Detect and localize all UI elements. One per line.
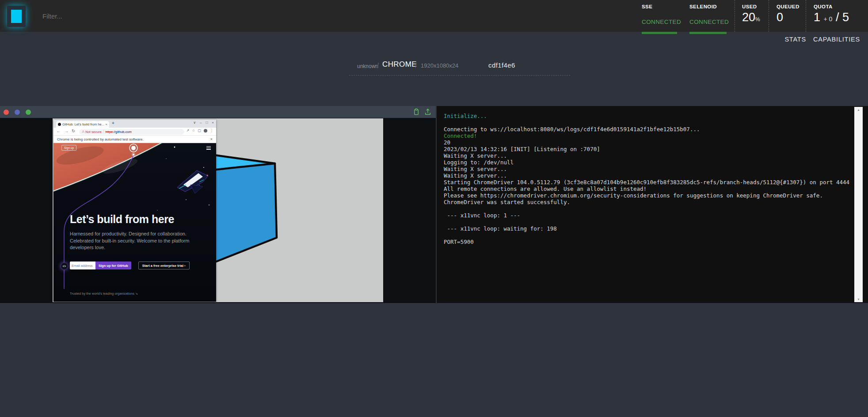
quota-block: QUOTA 1 + 0 / 5 xyxy=(806,0,861,32)
log-line: Starting ChromeDriver 104.0.5112.79 (3cf… xyxy=(444,179,846,186)
log-line: 20 xyxy=(444,139,846,146)
github-cta-row: Sign up for GitHub Start a free enterpri… xyxy=(70,262,190,269)
not-secure-label: Not secure xyxy=(85,130,101,134)
vnc-screen[interactable]: GitHub: Let's build from he... × + ∨ – □… xyxy=(0,118,436,303)
sse-status: CONNECTED xyxy=(642,19,681,25)
quota-value: 1 + 0 / 5 xyxy=(814,11,849,24)
used-value: 20% xyxy=(742,11,760,24)
queued-label: QUEUED xyxy=(777,4,799,9)
selenoid-ui-root: { "app": { "filter_placeholder": "Filter… xyxy=(0,0,868,417)
spaceship-art xyxy=(177,171,208,193)
close-icon[interactable]: × xyxy=(212,121,214,125)
session-owner: unknown xyxy=(357,63,378,69)
scroll-down-icon[interactable]: ▼ xyxy=(854,298,863,301)
github-page: Sign up Let’s build from here Harnessed … xyxy=(53,143,216,302)
side-panel-icon[interactable]: ▢ xyxy=(198,129,201,133)
url-host: ://github.com xyxy=(113,130,132,134)
tab-search-icon[interactable]: ∨ xyxy=(193,121,196,125)
vnc-fullscreen-button[interactable] xyxy=(26,110,31,115)
clipboard-icon[interactable] xyxy=(413,108,420,115)
menu-dots-icon[interactable]: ⋮ xyxy=(210,129,213,133)
session-separator: / xyxy=(377,61,379,69)
url-bar[interactable]: ⚠ Not secure https ://github.com xyxy=(79,129,184,135)
selenoid-label: SELENOID xyxy=(689,4,717,9)
session-separator: / xyxy=(415,61,417,69)
bookmark-star-icon[interactable]: ☆ xyxy=(192,129,195,133)
session-log[interactable]: Initialize...Connecting to ws://localhos… xyxy=(437,106,868,303)
used-block: USED 20% xyxy=(735,0,769,32)
minimize-icon[interactable]: – xyxy=(200,121,202,125)
url-scheme: https xyxy=(106,130,113,134)
sse-status-underline xyxy=(642,32,677,34)
log-line: Waiting X server... xyxy=(444,152,846,159)
browser-tabstrip: GitHub: Let's build from he... × + ∨ – □… xyxy=(53,120,216,128)
github-subtext: Harnessed for productivity. Designed for… xyxy=(70,231,189,251)
profile-avatar[interactable] xyxy=(204,129,207,133)
automation-infobar: Chrome is being controlled by automated … xyxy=(53,136,216,143)
log-line: Waiting X server... xyxy=(444,172,846,179)
top-header: SSE CONNECTED SELENOID CONNECTED USED 20… xyxy=(0,0,868,32)
selenoid-status-underline xyxy=(689,32,727,34)
vnc-close-button[interactable] xyxy=(4,110,9,115)
selenoid-status: CONNECTED xyxy=(689,19,729,25)
selenoid-logo-icon[interactable] xyxy=(7,6,26,27)
tab-title: GitHub: Let's build from he... xyxy=(62,122,104,126)
log-line xyxy=(444,232,846,239)
email-field[interactable] xyxy=(70,262,95,269)
used-label: USED xyxy=(742,4,757,9)
browser-tab[interactable]: GitHub: Let's build from he... × xyxy=(56,121,109,128)
session-browser: CHROME xyxy=(382,60,417,69)
code-bracket-icon: <> xyxy=(61,262,68,270)
window-controls: ∨ – □ × xyxy=(193,121,214,125)
upload-icon[interactable] xyxy=(424,108,431,115)
nav-tabs: STATS CAPABILITIES xyxy=(784,36,860,43)
nav-buttons: ← → ↻ xyxy=(57,129,75,133)
hamburger-menu-icon[interactable] xyxy=(206,146,211,151)
vnc-desktop[interactable]: GitHub: Let's build from he... × + ∨ – □… xyxy=(53,118,383,302)
scroll-up-icon[interactable]: ▲ xyxy=(854,108,863,111)
reload-icon[interactable]: ↻ xyxy=(72,129,75,133)
forward-icon[interactable]: → xyxy=(64,129,69,133)
github-signup-top-button[interactable]: Sign up xyxy=(61,145,76,151)
github-favicon xyxy=(58,123,61,126)
log-line: Connected! xyxy=(444,133,846,139)
log-scrollbar[interactable]: ▲ ▼ xyxy=(854,107,863,302)
github-headline: Let’s build from here xyxy=(70,213,174,226)
vnc-panel: GitHub: Let's build from he... × + ∨ – □… xyxy=(0,106,436,303)
signup-github-button[interactable]: Sign up for GitHub xyxy=(95,262,131,269)
tab-close-icon[interactable]: × xyxy=(105,122,107,126)
selenoid-status-block: SELENOID CONNECTED xyxy=(689,0,732,32)
addressbar-icons: ↗ ☆ ▢ ⋮ xyxy=(187,129,213,133)
queued-value: 0 xyxy=(777,11,783,24)
warning-icon: ⚠ xyxy=(82,130,84,133)
tab-capabilities[interactable]: CAPABILITIES xyxy=(813,36,860,43)
vnc-titlebar xyxy=(0,106,436,118)
log-line: Waiting X server... xyxy=(444,166,846,172)
infobar-close-icon[interactable]: × xyxy=(210,137,213,141)
log-line: Initialize... xyxy=(444,113,846,119)
session-resolution: 1920x1080x24 xyxy=(421,62,458,69)
log-line: --- x11vnc loop: 1 --- xyxy=(444,212,846,219)
vnc-minimize-button[interactable] xyxy=(15,110,20,115)
tab-stats[interactable]: STATS xyxy=(784,36,806,43)
share-icon[interactable]: ↗ xyxy=(187,129,190,133)
quota-label: QUOTA xyxy=(814,4,833,9)
back-icon[interactable]: ← xyxy=(57,129,61,133)
log-line: Connecting to ws://localhost:8080/ws/log… xyxy=(444,126,846,133)
automation-notice: Chrome is being controlled by automated … xyxy=(57,137,144,141)
log-line: PORT=5900 xyxy=(444,239,846,245)
filter-input[interactable] xyxy=(42,8,255,24)
new-tab-button[interactable]: + xyxy=(112,121,114,125)
enterprise-trial-button[interactable]: Start a free enterprise trial › xyxy=(138,262,190,269)
browser-addressbar: ← → ↻ ⚠ Not secure https ://github.com ↗… xyxy=(53,128,216,136)
maximize-icon[interactable]: □ xyxy=(206,121,208,125)
url-divider xyxy=(103,130,104,133)
log-line xyxy=(444,219,846,225)
log-line: --- x11vnc loop: waiting for: 198 xyxy=(444,225,846,232)
log-line: Please see https://chromedriver.chromium… xyxy=(444,192,846,199)
queued-block: QUEUED 0 xyxy=(769,0,806,32)
sse-label: SSE xyxy=(642,4,652,9)
session-row[interactable]: unknown / CHROME / 1920x1080x24 cdf1f4e6 xyxy=(349,57,570,76)
log-line: 2023/02/13 14:32:16 [INIT] [Listening on… xyxy=(444,146,846,152)
github-footer-text: Trusted by the world’s leading organizat… xyxy=(70,292,138,296)
